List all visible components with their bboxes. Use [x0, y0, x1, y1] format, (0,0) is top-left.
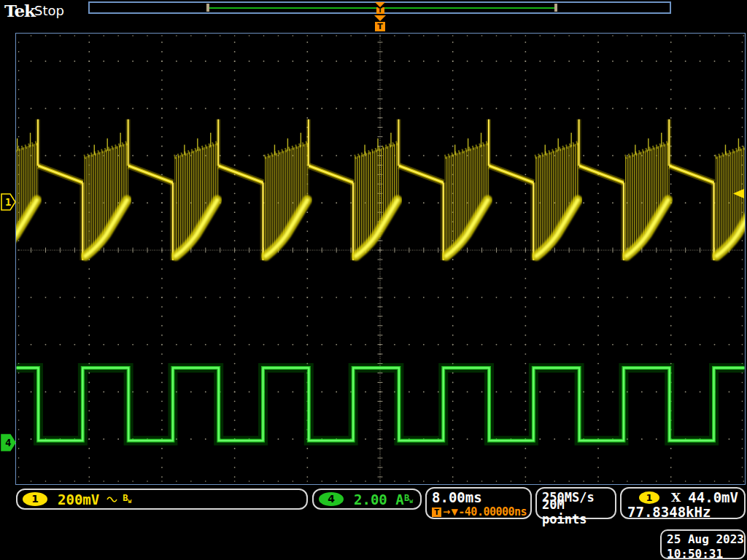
- record-length: 20M points: [537, 505, 615, 519]
- bandwidth-limit-icon: Bw: [123, 493, 131, 505]
- graticule: [15, 33, 746, 485]
- record-view-bar: T: [88, 1, 671, 14]
- oscilloscope-screen: Tek Stop T T 1 4 1 200mV: [0, 0, 747, 560]
- timebase-scale: 8.00ms: [427, 490, 530, 505]
- trigger-frequency: 77.8348kHz: [622, 505, 744, 519]
- record-window-start-tick: [206, 4, 209, 12]
- trigger-slope-icon: X: [671, 490, 681, 505]
- trigger-position-marker-icon[interactable]: T: [374, 15, 387, 32]
- bandwidth-limit-icon: Bw: [404, 493, 413, 505]
- trigger-t-badge: T: [432, 508, 441, 517]
- channel4-ground-marker[interactable]: 4: [1, 434, 17, 451]
- time-label: 10:50:31: [662, 547, 744, 560]
- trigger-position-flag-icon[interactable]: T: [375, 2, 385, 14]
- trigger-delay: T→▼-40.00000ns: [427, 505, 530, 519]
- date-label: 25 Aug 2023: [662, 532, 744, 547]
- tek-logo: Tek: [4, 1, 35, 20]
- record-window-end-tick: [554, 4, 557, 12]
- channel1-scale: 200mV: [58, 491, 99, 508]
- channel4-badge: 4: [319, 492, 344, 506]
- down-triangle-icon: ▼: [452, 505, 458, 519]
- horizontal-readout[interactable]: 8.00ms T→▼-40.00000ns: [425, 487, 532, 519]
- acquisition-readout[interactable]: 250MS/s 20M points: [535, 487, 616, 519]
- trigger-t-badge: T: [376, 7, 384, 14]
- ac-coupling-icon: [107, 492, 118, 506]
- acquisition-status: Stop: [34, 3, 64, 18]
- channel1-badge: 1: [23, 492, 47, 506]
- trigger-arrow-icon: [375, 2, 385, 7]
- delay-value: -40.00000ns: [458, 505, 527, 519]
- channel4-scale: 2.00 A: [354, 491, 404, 508]
- channel1-readout[interactable]: 1 200mV Bw: [16, 489, 308, 510]
- trigger-source-badge: 1: [639, 491, 659, 504]
- channel1-marker-label: 1: [5, 196, 11, 208]
- channel4-marker-label: 4: [5, 437, 11, 448]
- trigger-level-value: 44.0mV: [688, 490, 738, 505]
- trigger-arrow-icon: [374, 15, 386, 21]
- channel4-readout[interactable]: 4 2.00 A Bw: [312, 489, 422, 510]
- trigger-t-badge: T: [375, 22, 385, 31]
- channel1-ground-marker[interactable]: 1: [1, 193, 17, 211]
- trigger-level-arrow-icon[interactable]: [733, 187, 745, 197]
- trigger-readout[interactable]: 1 X 44.0mV 77.8348kHz: [620, 487, 746, 519]
- right-arrow-icon: →: [443, 505, 450, 519]
- waveform-canvas: [16, 34, 745, 484]
- datetime-box: 25 Aug 2023 10:50:31: [660, 529, 746, 559]
